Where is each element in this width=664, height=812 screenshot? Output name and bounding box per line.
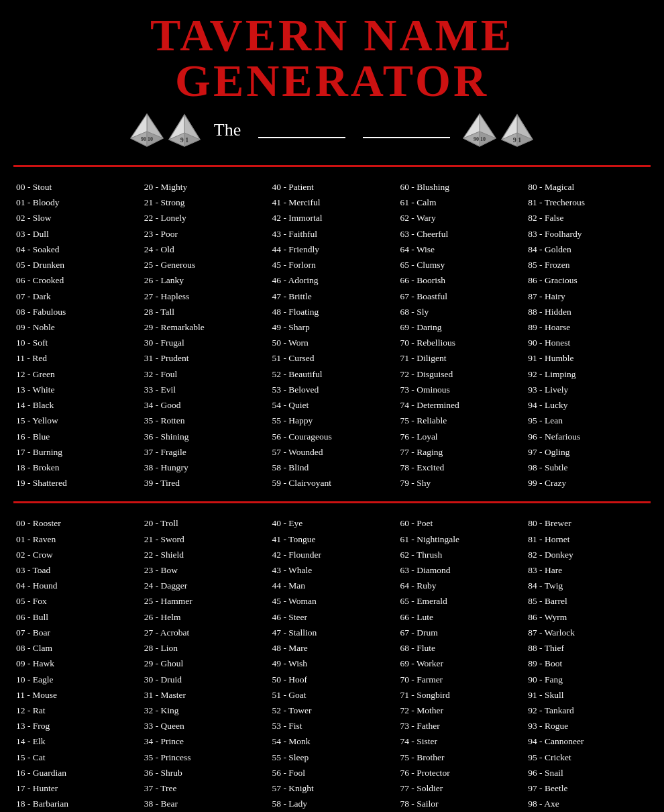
adjective-entry: 73 - Ominous — [400, 382, 520, 397]
noun-entry: 77 - Soldier — [400, 780, 520, 796]
noun-entry: 56 - Fool — [272, 765, 392, 780]
noun-col-0: 00 - Rooster01 - Raven02 - Crow03 - Toad… — [12, 514, 140, 812]
noun-entry: 50 - Hoof — [272, 672, 392, 687]
noun-entry: 91 - Skull — [528, 687, 648, 703]
svg-text:90 10: 90 10 — [141, 136, 153, 142]
noun-entry: 45 - Woman — [272, 593, 392, 609]
adjective-entry: 60 - Blushing — [400, 179, 520, 195]
noun-entry: 80 - Brewer — [528, 515, 648, 531]
noun-entry: 25 - Hammer — [144, 593, 264, 609]
adjective-entry: 30 - Frugal — [144, 335, 264, 350]
noun-entry: 97 - Beetle — [528, 780, 648, 796]
noun-entry: 81 - Hornet — [528, 531, 648, 547]
noun-entry: 21 - Sword — [144, 531, 264, 547]
adjective-col-0: 00 - Stout01 - Bloody02 - Slow03 - Dull0… — [12, 178, 140, 492]
adjective-col-1: 20 - Mighty21 - Strong22 - Lonely23 - Po… — [140, 178, 268, 492]
adjective-entry: 47 - Brittle — [272, 289, 392, 304]
adjective-entry: 93 - Lively — [528, 382, 648, 397]
adjective-entry: 66 - Boorish — [400, 272, 520, 288]
adjective-entry: 26 - Lanky — [144, 272, 264, 288]
noun-col-1: 20 - Troll21 - Sword22 - Shield23 - Bow2… — [140, 514, 268, 812]
noun-blank[interactable] — [363, 122, 450, 138]
adjective-entry: 94 - Lucky — [528, 397, 648, 413]
adjective-entry: 51 - Cursed — [272, 350, 392, 366]
noun-entry: 65 - Emerald — [400, 593, 520, 609]
adjective-entry: 45 - Forlorn — [272, 257, 392, 272]
svg-text:9 1: 9 1 — [513, 136, 522, 144]
adjective-entry: 70 - Rebellious — [400, 335, 520, 350]
adjective-blank[interactable] — [258, 122, 345, 138]
noun-entry: 63 - Diamond — [400, 562, 520, 578]
noun-entry: 96 - Snail — [528, 765, 648, 780]
noun-entry: 71 - Songbird — [400, 687, 520, 703]
die-d10-right: 9 1 — [500, 113, 535, 148]
adjective-entry: 61 - Calm — [400, 195, 520, 210]
adjective-entry: 77 - Raging — [400, 444, 520, 460]
adjective-entry: 99 - Crazy — [528, 475, 648, 491]
adjective-entry: 84 - Golden — [528, 242, 648, 257]
adjective-entry: 02 - Slow — [16, 210, 136, 225]
noun-entry: 23 - Bow — [144, 562, 264, 578]
adjective-entry: 23 - Poor — [144, 226, 264, 242]
noun-entry: 73 - Father — [400, 718, 520, 733]
adjective-entry: 11 - Red — [16, 350, 136, 366]
adjective-entry: 80 - Magical — [528, 179, 648, 195]
noun-entry: 84 - Twig — [528, 578, 648, 593]
adjective-entry: 69 - Daring — [400, 319, 520, 335]
noun-entry: 02 - Crow — [16, 547, 136, 562]
noun-entry: 32 - King — [144, 703, 264, 718]
noun-entry: 06 - Bull — [16, 609, 136, 625]
noun-entry: 42 - Flounder — [272, 547, 392, 562]
noun-entry: 08 - Clam — [16, 640, 136, 656]
adjective-entry: 38 - Hungry — [144, 460, 264, 475]
noun-entry: 09 - Hawk — [16, 656, 136, 671]
the-label: The — [214, 120, 241, 140]
adjective-entry: 98 - Subtle — [528, 460, 648, 475]
adjective-entry: 74 - Determined — [400, 397, 520, 413]
noun-entry: 94 - Cannoneer — [528, 733, 648, 749]
noun-entry: 04 - Hound — [16, 578, 136, 593]
adjective-entry: 95 - Lean — [528, 413, 648, 428]
noun-entry: 22 - Shield — [144, 547, 264, 562]
adjective-entry: 55 - Happy — [272, 413, 392, 428]
noun-entry: 60 - Poet — [400, 515, 520, 531]
adjective-entry: 89 - Hoarse — [528, 319, 648, 335]
noun-entry: 01 - Raven — [16, 531, 136, 547]
noun-entry: 18 - Barbarian — [16, 796, 136, 811]
noun-col-2: 40 - Eye41 - Tongue42 - Flounder43 - Wha… — [268, 514, 396, 812]
adjective-entry: 92 - Limping — [528, 366, 648, 382]
noun-entry: 82 - Donkey — [528, 547, 648, 562]
noun-entry: 55 - Sleep — [272, 750, 392, 765]
noun-entry: 48 - Mare — [272, 640, 392, 656]
adjective-entry: 96 - Nefarious — [528, 429, 648, 444]
noun-entry: 90 - Fang — [528, 672, 648, 687]
noun-entry: 68 - Flute — [400, 640, 520, 656]
adjective-entry: 34 - Good — [144, 397, 264, 413]
adjective-entry: 25 - Generous — [144, 257, 264, 272]
adjective-entry: 27 - Hapless — [144, 289, 264, 304]
adjective-entry: 65 - Clumsy — [400, 257, 520, 272]
adjective-entry: 16 - Blue — [16, 429, 136, 444]
adjective-entry: 14 - Black — [16, 397, 136, 413]
noun-entry: 58 - Lady — [272, 796, 392, 811]
dice-row: 90 10 9 1 The — [7, 113, 657, 148]
noun-entry: 34 - Prince — [144, 733, 264, 749]
noun-entry: 78 - Sailor — [400, 796, 520, 811]
noun-entry: 29 - Ghoul — [144, 656, 264, 671]
adjective-entry: 97 - Ogling — [528, 444, 648, 460]
adjective-entry: 22 - Lonely — [144, 210, 264, 225]
adjective-entry: 29 - Remarkable — [144, 319, 264, 335]
middle-divider — [13, 501, 651, 503]
adjective-entry: 68 - Sly — [400, 304, 520, 319]
noun-entry: 17 - Hunter — [16, 780, 136, 796]
noun-entry: 44 - Man — [272, 578, 392, 593]
adjective-entry: 33 - Evil — [144, 382, 264, 397]
adjective-col-2: 40 - Patient41 - Merciful42 - Immortal43… — [268, 178, 396, 492]
noun-entry: 43 - Whale — [272, 562, 392, 578]
adjectives-section: 00 - Stout01 - Bloody02 - Slow03 - Dull0… — [0, 174, 664, 495]
adjective-entry: 82 - False — [528, 210, 648, 225]
adjective-entry: 76 - Loyal — [400, 429, 520, 444]
noun-entry: 37 - Tree — [144, 780, 264, 796]
adjective-entry: 07 - Dark — [16, 289, 136, 304]
adjective-entry: 43 - Faithful — [272, 226, 392, 242]
